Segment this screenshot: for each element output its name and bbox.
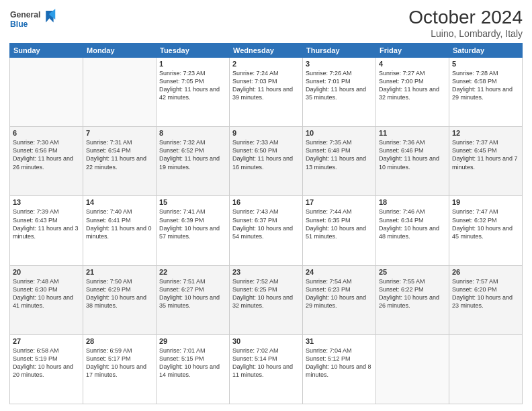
calendar-day-cell: 19Sunrise: 7:47 AMSunset: 6:32 PMDayligh…: [449, 196, 523, 265]
calendar-week-row: 20Sunrise: 7:48 AMSunset: 6:30 PMDayligh…: [10, 265, 523, 334]
day-number: 14: [86, 198, 153, 206]
day-number: 5: [452, 60, 519, 68]
calendar-day-cell: 9Sunrise: 7:33 AMSunset: 6:50 PMDaylight…: [230, 127, 303, 196]
day-info: Sunrise: 7:55 AMSunset: 6:22 PMDaylight:…: [379, 277, 446, 310]
calendar-day-cell: [83, 58, 157, 127]
day-number: 19: [452, 198, 519, 206]
calendar-day-cell: 26Sunrise: 7:57 AMSunset: 6:20 PMDayligh…: [449, 265, 523, 334]
calendar-day-cell: 23Sunrise: 7:52 AMSunset: 6:25 PMDayligh…: [230, 265, 303, 334]
day-number: 17: [306, 198, 373, 206]
calendar-day-cell: [376, 334, 449, 404]
calendar-day-cell: 16Sunrise: 7:43 AMSunset: 6:37 PMDayligh…: [230, 196, 303, 265]
day-info: Sunrise: 7:24 AMSunset: 7:03 PMDaylight:…: [232, 69, 300, 102]
calendar-week-row: 6Sunrise: 7:30 AMSunset: 6:56 PMDaylight…: [10, 127, 523, 196]
day-info: Sunrise: 7:41 AMSunset: 6:39 PMDaylight:…: [159, 208, 226, 240]
calendar-day-cell: 11Sunrise: 7:36 AMSunset: 6:46 PMDayligh…: [376, 127, 449, 196]
calendar-week-row: 27Sunrise: 6:58 AMSunset: 5:19 PMDayligh…: [10, 334, 523, 404]
day-info: Sunrise: 7:40 AMSunset: 6:41 PMDaylight:…: [86, 208, 153, 240]
calendar-day-cell: 25Sunrise: 7:55 AMSunset: 6:22 PMDayligh…: [376, 265, 449, 334]
calendar-day-cell: 30Sunrise: 7:02 AMSunset: 5:14 PMDayligh…: [230, 334, 303, 404]
logo-image: General Blue: [9, 7, 56, 32]
day-number: 18: [379, 198, 446, 206]
calendar-day-cell: 8Sunrise: 7:32 AMSunset: 6:52 PMDaylight…: [157, 127, 230, 196]
logo: General Blue: [9, 7, 56, 32]
calendar-day-cell: 24Sunrise: 7:54 AMSunset: 6:23 PMDayligh…: [303, 265, 376, 334]
day-number: 7: [86, 129, 153, 137]
day-info: Sunrise: 7:28 AMSunset: 6:58 PMDaylight:…: [452, 69, 519, 102]
day-info: Sunrise: 7:26 AMSunset: 7:01 PMDaylight:…: [306, 69, 373, 102]
svg-text:General: General: [10, 10, 41, 19]
day-number: 27: [13, 337, 80, 345]
day-number: 23: [232, 268, 300, 276]
day-number: 20: [13, 268, 80, 276]
calendar-day-cell: 2Sunrise: 7:24 AMSunset: 7:03 PMDaylight…: [230, 58, 303, 127]
day-info: Sunrise: 7:44 AMSunset: 6:35 PMDaylight:…: [306, 208, 373, 240]
day-info: Sunrise: 7:35 AMSunset: 6:48 PMDaylight:…: [306, 138, 373, 171]
page-header: General Blue October 2024 Luino, Lombard…: [9, 7, 523, 39]
day-number: 31: [306, 337, 373, 345]
day-number: 26: [452, 268, 519, 276]
day-number: 13: [13, 198, 80, 206]
header-wednesday: Wednesday: [230, 44, 303, 58]
calendar-day-cell: 3Sunrise: 7:26 AMSunset: 7:01 PMDaylight…: [303, 58, 376, 127]
calendar-header-row: Sunday Monday Tuesday Wednesday Thursday…: [10, 44, 523, 58]
day-number: 8: [159, 129, 226, 137]
calendar-day-cell: 28Sunrise: 6:59 AMSunset: 5:17 PMDayligh…: [83, 334, 157, 404]
calendar-day-cell: 27Sunrise: 6:58 AMSunset: 5:19 PMDayligh…: [10, 334, 83, 404]
day-info: Sunrise: 7:48 AMSunset: 6:30 PMDaylight:…: [13, 277, 80, 310]
day-number: 24: [306, 268, 373, 276]
day-number: 11: [379, 129, 446, 137]
day-info: Sunrise: 7:39 AMSunset: 6:43 PMDaylight:…: [13, 208, 80, 240]
calendar-day-cell: 13Sunrise: 7:39 AMSunset: 6:43 PMDayligh…: [10, 196, 83, 265]
day-number: 30: [232, 337, 300, 345]
calendar-week-row: 13Sunrise: 7:39 AMSunset: 6:43 PMDayligh…: [10, 196, 523, 265]
header-thursday: Thursday: [303, 44, 376, 58]
day-info: Sunrise: 7:33 AMSunset: 6:50 PMDaylight:…: [232, 138, 300, 171]
day-info: Sunrise: 7:04 AMSunset: 5:12 PMDaylight:…: [306, 347, 373, 379]
day-number: 1: [159, 60, 226, 68]
day-number: 15: [159, 198, 226, 206]
header-tuesday: Tuesday: [157, 44, 230, 58]
day-number: 10: [306, 129, 373, 137]
calendar-day-cell: 20Sunrise: 7:48 AMSunset: 6:30 PMDayligh…: [10, 265, 83, 334]
day-info: Sunrise: 7:47 AMSunset: 6:32 PMDaylight:…: [452, 208, 519, 240]
day-info: Sunrise: 7:23 AMSunset: 7:05 PMDaylight:…: [159, 69, 226, 102]
day-info: Sunrise: 7:30 AMSunset: 6:56 PMDaylight:…: [13, 138, 80, 171]
day-info: Sunrise: 7:36 AMSunset: 6:46 PMDaylight:…: [379, 138, 446, 171]
day-number: 22: [159, 268, 226, 276]
header-friday: Friday: [376, 44, 449, 58]
calendar-day-cell: 5Sunrise: 7:28 AMSunset: 6:58 PMDaylight…: [449, 58, 523, 127]
day-info: Sunrise: 7:43 AMSunset: 6:37 PMDaylight:…: [232, 208, 300, 240]
day-info: Sunrise: 6:58 AMSunset: 5:19 PMDaylight:…: [13, 347, 80, 379]
calendar-day-cell: 10Sunrise: 7:35 AMSunset: 6:48 PMDayligh…: [303, 127, 376, 196]
svg-text:Blue: Blue: [10, 19, 28, 29]
day-number: 4: [379, 60, 446, 68]
calendar-week-row: 1Sunrise: 7:23 AMSunset: 7:05 PMDaylight…: [10, 58, 523, 127]
day-info: Sunrise: 7:51 AMSunset: 6:27 PMDaylight:…: [159, 277, 226, 310]
day-number: 12: [452, 129, 519, 137]
calendar-day-cell: 31Sunrise: 7:04 AMSunset: 5:12 PMDayligh…: [303, 334, 376, 404]
day-info: Sunrise: 7:37 AMSunset: 6:45 PMDaylight:…: [452, 138, 519, 171]
day-info: Sunrise: 7:54 AMSunset: 6:23 PMDaylight:…: [306, 277, 373, 310]
calendar-day-cell: 4Sunrise: 7:27 AMSunset: 7:00 PMDaylight…: [376, 58, 449, 127]
day-info: Sunrise: 7:46 AMSunset: 6:34 PMDaylight:…: [379, 208, 446, 240]
calendar-day-cell: 18Sunrise: 7:46 AMSunset: 6:34 PMDayligh…: [376, 196, 449, 265]
day-info: Sunrise: 6:59 AMSunset: 5:17 PMDaylight:…: [86, 347, 153, 379]
calendar-day-cell: 6Sunrise: 7:30 AMSunset: 6:56 PMDaylight…: [10, 127, 83, 196]
title-area: October 2024 Luino, Lombardy, Italy: [408, 7, 523, 39]
header-sunday: Sunday: [10, 44, 83, 58]
calendar-day-cell: 22Sunrise: 7:51 AMSunset: 6:27 PMDayligh…: [157, 265, 230, 334]
header-monday: Monday: [83, 44, 157, 58]
day-number: 25: [379, 268, 446, 276]
calendar-day-cell: 7Sunrise: 7:31 AMSunset: 6:54 PMDaylight…: [83, 127, 157, 196]
calendar-day-cell: [449, 334, 523, 404]
day-number: 29: [159, 337, 226, 345]
day-info: Sunrise: 7:02 AMSunset: 5:14 PMDaylight:…: [232, 347, 300, 379]
day-number: 21: [86, 268, 153, 276]
day-info: Sunrise: 7:27 AMSunset: 7:00 PMDaylight:…: [379, 69, 446, 102]
day-info: Sunrise: 7:50 AMSunset: 6:29 PMDaylight:…: [86, 277, 153, 310]
day-info: Sunrise: 7:32 AMSunset: 6:52 PMDaylight:…: [159, 138, 226, 171]
calendar-day-cell: 21Sunrise: 7:50 AMSunset: 6:29 PMDayligh…: [83, 265, 157, 334]
calendar-day-cell: 14Sunrise: 7:40 AMSunset: 6:41 PMDayligh…: [83, 196, 157, 265]
calendar-day-cell: 1Sunrise: 7:23 AMSunset: 7:05 PMDaylight…: [157, 58, 230, 127]
